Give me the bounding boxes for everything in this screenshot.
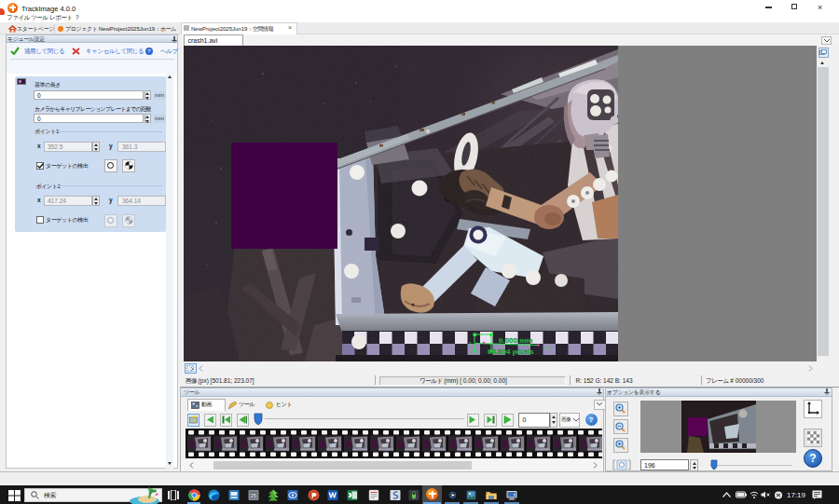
svg-text:64.804 pixels: 64.804 pixels: [488, 347, 534, 356]
svg-text:25: 25: [250, 493, 256, 498]
svg-text:0.000 mm: 0.000 mm: [499, 336, 532, 345]
svg-text:1: 1: [469, 341, 472, 347]
svg-text:2: 2: [546, 345, 549, 350]
